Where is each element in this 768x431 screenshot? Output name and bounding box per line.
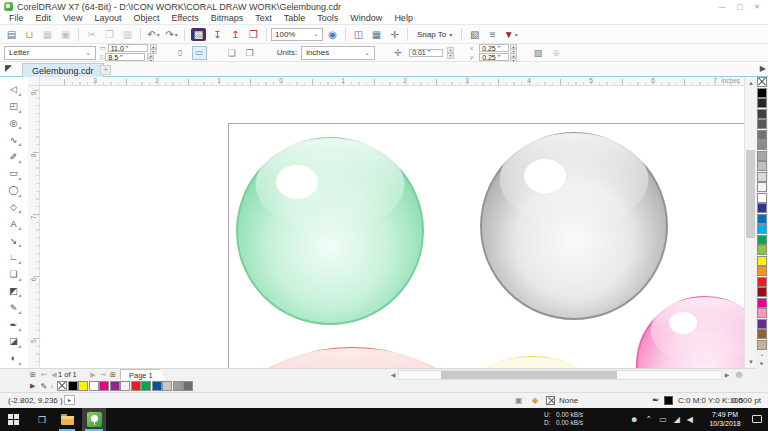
color-swatch[interactable] (757, 182, 767, 192)
scroll-left-button[interactable]: ◀ (388, 370, 398, 380)
eyedropper-icon[interactable]: ✎ (40, 382, 47, 391)
color-swatch[interactable] (757, 151, 767, 161)
color-swatch[interactable] (183, 381, 193, 391)
publish-pdf-button[interactable]: ❒ (245, 27, 262, 42)
menu-edit[interactable]: Edit (30, 13, 58, 24)
color-swatch[interactable] (757, 340, 767, 350)
ellipse-tool[interactable]: ◯ (4, 182, 23, 199)
color-swatch[interactable] (757, 266, 767, 276)
nudge-field[interactable]: 0.01 " (409, 49, 443, 57)
redo-button[interactable]: ↷▾ (163, 27, 180, 42)
color-swatch[interactable] (757, 88, 767, 98)
treat-as-filled-button[interactable]: ▨ (531, 48, 545, 58)
artistic-media-tool[interactable]: ✐ (4, 148, 23, 165)
shape-tool[interactable]: ◁ (4, 81, 23, 98)
people-icon[interactable]: ☻ (630, 415, 638, 424)
print-button[interactable]: ▣ (57, 27, 74, 42)
color-swatch[interactable] (152, 381, 162, 391)
tab-scroll-button[interactable]: ▶ (760, 64, 766, 73)
color-swatch[interactable] (757, 98, 767, 108)
battery-icon[interactable]: ▭ (659, 415, 667, 424)
page-height-spinner[interactable]: ▴▾ (147, 53, 154, 61)
color-swatch[interactable] (757, 119, 767, 129)
copy-button[interactable]: ❐ (101, 27, 118, 42)
crop-tool[interactable]: ◰ (4, 98, 23, 115)
menu-effects[interactable]: Effects (165, 13, 204, 24)
cut-button[interactable]: ✂ (83, 27, 100, 42)
all-pages-button[interactable]: ❏ (225, 48, 239, 58)
menu-bitmaps[interactable]: Bitmaps (205, 13, 250, 24)
zoom-level-select[interactable]: 100%⌄ (271, 28, 323, 41)
menu-layout[interactable]: Layout (88, 13, 127, 24)
vertical-ruler[interactable]: 98765 (28, 86, 40, 368)
menu-table[interactable]: Table (278, 13, 312, 24)
dimension-tool[interactable]: ↘ (4, 232, 23, 249)
show-rulers-button[interactable]: ◫ (350, 27, 367, 42)
portrait-button[interactable]: ▯ (173, 46, 188, 60)
menu-file[interactable]: File (3, 13, 30, 24)
menu-object[interactable]: Object (127, 13, 165, 24)
drawing-canvas[interactable] (40, 86, 744, 368)
color-swatch[interactable] (173, 381, 183, 391)
edit-fill-tool[interactable]: ◪ (4, 333, 23, 350)
color-eyedropper-tool[interactable]: ✎ (4, 299, 23, 316)
document-palette-scroll-left[interactable]: ‹ (51, 383, 53, 390)
menu-help[interactable]: Help (388, 13, 419, 24)
duplicate-y-field[interactable]: 0.25 " (479, 53, 509, 61)
color-swatch[interactable] (757, 329, 767, 339)
color-swatch[interactable] (757, 308, 767, 318)
color-swatch[interactable] (757, 172, 767, 182)
application-launcher-button[interactable]: ▼▾ (502, 27, 519, 42)
menu-tools[interactable]: Tools (311, 13, 344, 24)
palette-scroll-down-button[interactable]: ⌄ (756, 350, 768, 359)
color-swatch[interactable] (57, 381, 67, 391)
duplicate-x-spinner[interactable]: ▴▾ (510, 44, 517, 52)
options-button[interactable]: ▧ (466, 27, 483, 42)
color-swatch[interactable] (757, 203, 767, 213)
units-select[interactable]: inches⌄ (301, 46, 375, 60)
menu-view[interactable]: View (57, 13, 88, 24)
color-swatch[interactable] (120, 381, 130, 391)
action-center-button[interactable] (752, 415, 762, 423)
color-swatch[interactable] (757, 277, 767, 287)
connector-tool[interactable]: ∟ (4, 249, 23, 266)
volume-icon[interactable]: ◀ (687, 415, 693, 424)
task-view-button[interactable]: ❐ (32, 408, 52, 431)
search-content-button[interactable]: ▩ (191, 28, 206, 41)
status-expand-button[interactable]: ▸ (64, 395, 75, 405)
page-size-select[interactable]: Letter⌄ (4, 46, 96, 60)
document-palette-flyout-button[interactable]: ▶ (30, 382, 35, 390)
duplicate-y-spinner[interactable]: ▴▾ (510, 53, 517, 61)
page-height-field[interactable]: 8.5 " (105, 53, 145, 61)
full-screen-preview-button[interactable]: ◉ (324, 27, 341, 42)
new-document-button[interactable]: ▤ (3, 27, 20, 42)
palette-flyout-button[interactable]: ▸ (756, 359, 768, 368)
new-tab-button[interactable]: + (100, 65, 111, 75)
color-swatch[interactable] (68, 381, 78, 391)
color-swatch[interactable] (757, 287, 767, 297)
show-grid-button[interactable]: ▦ (368, 27, 385, 42)
gray-bubble[interactable] (481, 133, 667, 319)
open-button[interactable]: ⊔ (21, 27, 38, 42)
coreldraw-taskbar-button[interactable] (82, 408, 106, 431)
polygon-tool[interactable]: ◇ (4, 199, 23, 216)
taskbar-clock[interactable]: 7:49 PM 10/3/2018 (706, 411, 744, 428)
duplicate-x-field[interactable]: 0.25 " (479, 44, 509, 52)
undo-button[interactable]: ↶▾ (145, 27, 162, 42)
color-swatch[interactable] (757, 256, 767, 266)
snap-to-button[interactable]: Snap To▾ (412, 30, 457, 39)
page-width-field[interactable]: 11.0 " (108, 44, 148, 52)
color-swatch[interactable] (110, 381, 120, 391)
text-tool[interactable]: A (4, 215, 23, 232)
horizontal-scrollbar[interactable] (398, 370, 722, 380)
vertical-scroll-thumb[interactable] (746, 150, 755, 238)
color-swatch[interactable] (757, 77, 767, 87)
file-explorer-button[interactable] (56, 408, 78, 431)
pink-bubble[interactable] (637, 297, 744, 368)
scroll-right-button[interactable]: ▶ (722, 370, 732, 380)
color-swatch[interactable] (757, 298, 767, 308)
color-swatch[interactable] (141, 381, 151, 391)
nudge-spinner[interactable]: ▴▾ (447, 47, 454, 59)
horizontal-scroll-thumb[interactable] (441, 371, 617, 379)
color-swatch[interactable] (757, 140, 767, 150)
